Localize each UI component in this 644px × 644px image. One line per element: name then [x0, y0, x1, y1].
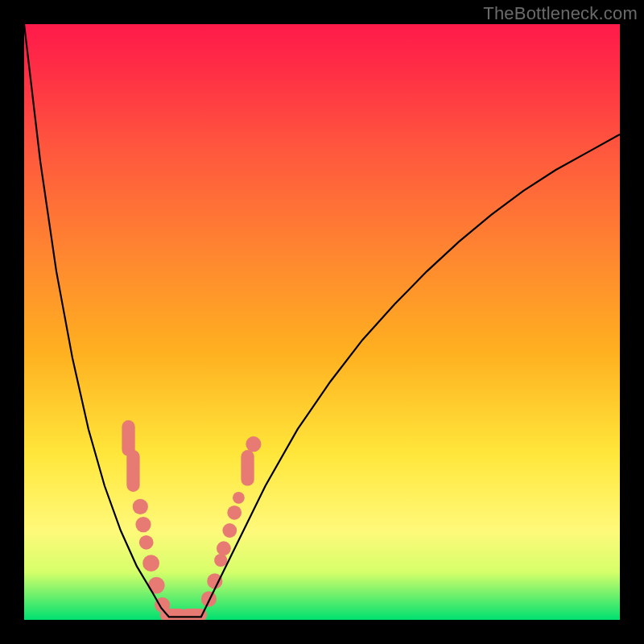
marker-circle: [214, 554, 227, 567]
markers-group: [122, 420, 261, 620]
marker-circle: [207, 573, 222, 588]
marker-pill: [241, 450, 254, 485]
marker-circle: [133, 499, 148, 514]
plot-area: [24, 24, 620, 620]
marker-circle: [135, 517, 151, 532]
marker-circle: [139, 535, 154, 550]
marker-circle: [227, 506, 242, 520]
marker-circle: [201, 592, 217, 607]
chart-frame: TheBottleneck.com: [0, 0, 644, 644]
chart-svg: [24, 24, 620, 620]
watermark-text: TheBottleneck.com: [483, 3, 638, 24]
marker-circle: [233, 492, 245, 504]
marker-pill: [126, 450, 139, 492]
marker-circle: [217, 541, 231, 555]
curve-path: [24, 24, 620, 617]
marker-circle: [246, 436, 261, 452]
marker-circle: [148, 577, 165, 594]
marker-circle: [222, 523, 237, 538]
marker-circle: [142, 555, 159, 572]
